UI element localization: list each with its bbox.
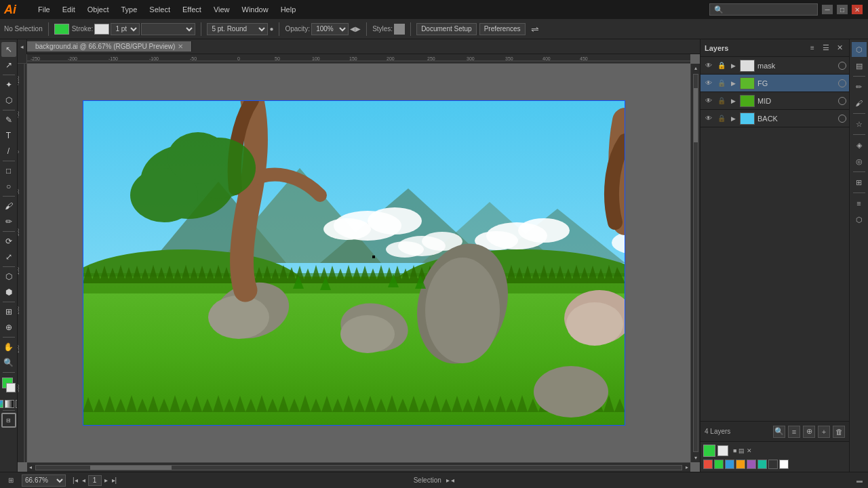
menu-select[interactable]: Select xyxy=(144,4,176,15)
opacity-select[interactable]: 100% xyxy=(311,23,349,35)
menu-file[interactable]: File xyxy=(33,4,56,15)
pathfinder-button[interactable]: ⬡ xyxy=(852,212,867,227)
first-page-button[interactable]: |◂ xyxy=(71,476,79,484)
vertical-scrollbar[interactable]: ▴ ▾ xyxy=(690,64,700,462)
fill-box[interactable] xyxy=(703,445,715,457)
magic-wand-tool[interactable]: ✦ xyxy=(1,77,16,92)
ellipse-tool[interactable]: ○ xyxy=(1,179,16,194)
transform-button[interactable]: ⊞ xyxy=(852,175,867,190)
stroke-style-select[interactable] xyxy=(141,23,195,35)
layer-lock-mid[interactable]: 🔒 xyxy=(717,96,726,106)
vertical-scroll-thumb[interactable] xyxy=(694,88,698,142)
tab-close-button[interactable]: ✕ xyxy=(178,43,183,50)
scroll-left-button[interactable]: ◂ xyxy=(27,464,34,470)
layer-expand-fg[interactable]: ▶ xyxy=(729,79,737,87)
slice-tool[interactable]: ⊕ xyxy=(1,320,16,335)
hand-tool[interactable]: ✋ xyxy=(1,340,16,354)
last-page-button[interactable]: ▸| xyxy=(111,476,119,484)
brush-select[interactable]: 5 pt. Round xyxy=(207,23,268,35)
gradient-button[interactable] xyxy=(5,400,14,408)
menu-effect[interactable]: Effect xyxy=(177,4,207,15)
layer-lock-mask[interactable]: 🔒 xyxy=(717,61,726,70)
panel-collapse-button[interactable]: ≡ xyxy=(807,43,818,54)
layer-visibility-mask[interactable]: 👁 xyxy=(703,60,714,71)
scale-tool[interactable]: ⤢ xyxy=(1,249,16,264)
close-button[interactable]: ✕ xyxy=(852,5,863,14)
layer-visibility-fg[interactable]: 👁 xyxy=(703,78,714,89)
gradient-panel-button[interactable]: ▤ xyxy=(852,58,867,73)
layer-visibility-back[interactable]: 👁 xyxy=(703,113,714,124)
stroke-color-swatch[interactable] xyxy=(6,383,16,392)
tab-left-arrow[interactable]: ◂ xyxy=(18,39,27,54)
color-swatch-white[interactable] xyxy=(779,460,789,469)
preferences-button[interactable]: Preferences xyxy=(479,23,526,35)
artboard-tool[interactable]: ⊞ xyxy=(1,304,16,319)
stroke-panel-button[interactable]: ✏ xyxy=(852,79,867,94)
status-nav-arrows[interactable]: ▸ ◂ xyxy=(446,476,455,484)
next-page-button[interactable]: ▸ xyxy=(103,476,109,484)
menu-edit[interactable]: Edit xyxy=(57,4,81,15)
symbols-panel-button[interactable]: ☆ xyxy=(852,117,867,131)
vertical-scroll-track[interactable] xyxy=(693,74,698,452)
layer-expand-mid[interactable]: ▶ xyxy=(729,97,737,105)
layer-expand-back[interactable]: ▶ xyxy=(729,115,737,123)
scroll-right-button[interactable]: ▸ xyxy=(684,464,690,470)
menu-window[interactable]: Window xyxy=(237,4,274,15)
make-sublayer-button[interactable]: ⊕ xyxy=(803,426,815,438)
layer-item-mask[interactable]: 👁 🔒 ▶ mask xyxy=(701,57,849,75)
layer-expand-mask[interactable]: ▶ xyxy=(729,62,737,70)
color-swatch-area[interactable] xyxy=(1,378,17,396)
minimize-button[interactable]: ─ xyxy=(822,5,833,14)
selection-tool[interactable]: ↖ xyxy=(1,42,16,57)
stroke-box[interactable] xyxy=(717,445,728,456)
zoom-select[interactable]: 66.67% xyxy=(22,474,66,487)
fill-swatch[interactable] xyxy=(54,24,69,35)
align-button[interactable]: ≡ xyxy=(852,196,867,211)
appearance-button[interactable]: ◎ xyxy=(852,154,867,169)
layers-panel-menu-button[interactable]: ≡ xyxy=(788,426,800,438)
stroke-swatch[interactable] xyxy=(94,24,109,35)
rotate-tool[interactable]: ⟳ xyxy=(1,234,16,249)
delete-layer-button[interactable]: 🗑 xyxy=(833,426,845,438)
color-swatch-orange[interactable] xyxy=(736,460,745,469)
panel-menu-icon[interactable]: ☰ xyxy=(821,43,831,54)
style-swatch[interactable] xyxy=(394,24,405,35)
artboard-icon[interactable]: ⊞ xyxy=(5,475,16,486)
page-number-input[interactable] xyxy=(88,475,102,486)
menu-type[interactable]: Type xyxy=(116,4,143,15)
zoom-tool[interactable]: 🔍 xyxy=(1,355,16,370)
fill-control[interactable] xyxy=(54,24,69,35)
color-swatch-red[interactable] xyxy=(703,460,713,469)
draw-mode-button[interactable]: ⊟ xyxy=(1,413,16,428)
color-swatch-blue[interactable] xyxy=(725,460,734,469)
maximize-button[interactable]: □ xyxy=(837,5,848,14)
line-tool[interactable]: / xyxy=(1,144,16,159)
arrange-icons[interactable]: ⇌ xyxy=(531,24,539,35)
type-tool[interactable]: T xyxy=(1,128,16,143)
chart-tool[interactable]: ⬢ xyxy=(1,285,16,300)
layer-item-mid[interactable]: 👁 🔒 ▶ MID xyxy=(701,92,849,110)
scroll-thumb[interactable] xyxy=(90,466,172,470)
layer-visibility-mid[interactable]: 👁 xyxy=(703,96,714,106)
stroke-weight-select[interactable]: 1 pt xyxy=(111,23,140,35)
direct-select-tool[interactable]: ↗ xyxy=(1,58,16,73)
pen-tool[interactable]: ✎ xyxy=(1,113,16,127)
layer-lock-fg[interactable]: 🔒 xyxy=(717,79,726,88)
layers-search-button[interactable]: 🔍 xyxy=(773,426,785,438)
horizontal-scrollbar[interactable]: ◂ ▸ xyxy=(27,462,690,472)
color-swatch-black[interactable] xyxy=(768,460,778,469)
prev-page-button[interactable]: ◂ xyxy=(81,476,87,484)
lasso-tool[interactable]: ⬡ xyxy=(1,93,16,108)
document-setup-button[interactable]: Document Setup xyxy=(416,23,477,35)
canvas-tab-background[interactable]: background.ai @ 66.67% (RGB/GPU Preview)… xyxy=(27,41,192,52)
brushes-panel-button[interactable]: 🖌 xyxy=(852,96,867,110)
create-new-layer-button[interactable]: + xyxy=(818,426,830,438)
menu-object[interactable]: Object xyxy=(82,4,115,15)
paintbrush-tool[interactable]: 🖌 xyxy=(1,199,16,214)
scroll-up-button[interactable]: ▴ xyxy=(694,64,697,73)
graphic-styles-button[interactable]: ◈ xyxy=(852,138,867,152)
layer-item-back[interactable]: 👁 🔒 ▶ BACK xyxy=(701,110,849,127)
search-input[interactable] xyxy=(709,3,818,16)
color-swatch-purple[interactable] xyxy=(747,460,756,469)
color-button[interactable] xyxy=(0,400,3,408)
